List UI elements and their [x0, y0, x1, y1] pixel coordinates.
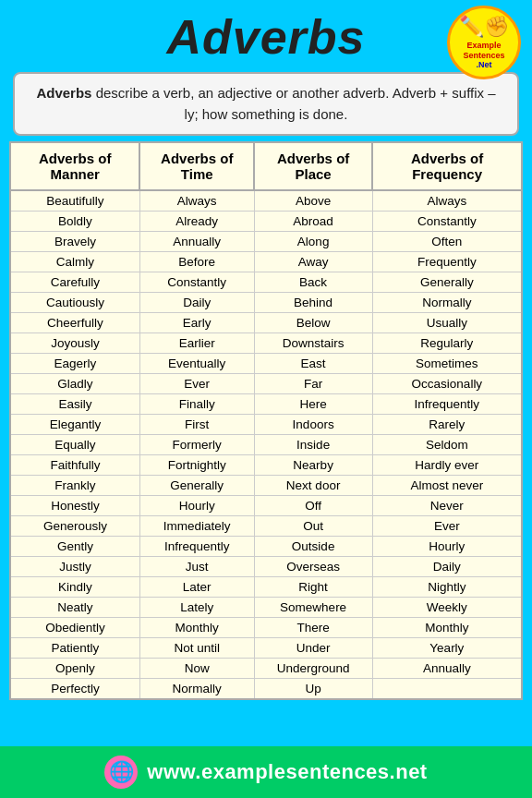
- footer: 🌐 www.examplesentences.net: [0, 746, 532, 798]
- table-cell: Kindly: [10, 577, 139, 598]
- table-cell: Infrequently: [372, 394, 522, 415]
- adverbs-table: Adverbs of Manner Adverbs of Time Adverb…: [9, 141, 523, 700]
- table-cell: Out: [254, 516, 372, 537]
- table-cell: Here: [254, 394, 372, 415]
- logo: ✏️✊ Example Sentences .Net: [447, 6, 521, 79]
- table-cell: Earlier: [139, 333, 254, 354]
- description-text: describe a verb, an adjective or another…: [91, 85, 495, 122]
- table-cell: Below: [254, 313, 372, 333]
- table-row: GentlyInfrequentlyOutsideHourly: [10, 537, 522, 557]
- table-cell: Fortnightly: [139, 455, 254, 476]
- table-row: CarefullyConstantlyBackGenerally: [10, 272, 522, 293]
- col-header-time: Adverbs of Time: [139, 142, 254, 190]
- table-cell: Above: [254, 190, 372, 212]
- table-cell: Under: [254, 638, 372, 659]
- table-row: BoldlyAlreadyAbroadConstantly: [10, 212, 522, 232]
- table-cell: Regularly: [372, 333, 522, 354]
- table-cell: Neatly: [10, 598, 139, 618]
- table-cell: Almost never: [372, 476, 522, 496]
- logo-text: Example Sentences .Net: [463, 41, 504, 70]
- table-cell: Often: [372, 232, 522, 252]
- table-cell: Seldom: [372, 435, 522, 455]
- table-cell: Ever: [372, 516, 522, 537]
- table-cell: Constantly: [139, 272, 254, 293]
- table-row: ElegantlyFirstIndoorsRarely: [10, 415, 522, 435]
- table-cell: [372, 679, 522, 700]
- table-cell: Daily: [372, 557, 522, 577]
- table-cell: Lately: [139, 598, 254, 618]
- table-cell: Carefully: [10, 272, 139, 293]
- table-cell: Gently: [10, 537, 139, 557]
- table-row: CheerfullyEarlyBelowUsually: [10, 313, 522, 333]
- table-cell: Overseas: [254, 557, 372, 577]
- table-cell: Never: [372, 496, 522, 516]
- table-cell: Hourly: [372, 537, 522, 557]
- table-cell: Back: [254, 272, 372, 293]
- table-cell: Annually: [372, 659, 522, 679]
- table-cell: Weekly: [372, 598, 522, 618]
- table-cell: Infrequently: [139, 537, 254, 557]
- table-row: FaithfullyFortnightlyNearbyHardly ever: [10, 455, 522, 476]
- table-row: KindlyLaterRightNightly: [10, 577, 522, 598]
- table-cell: East: [254, 354, 372, 374]
- table-cell: Just: [139, 557, 254, 577]
- table-cell: Behind: [254, 293, 372, 313]
- table-row: GladlyEverFarOccasionally: [10, 374, 522, 394]
- table-cell: Generously: [10, 516, 139, 537]
- table-cell: There: [254, 618, 372, 638]
- table-cell: Hourly: [139, 496, 254, 516]
- table-cell: Daily: [139, 293, 254, 313]
- table-cell: Calmly: [10, 252, 139, 272]
- table-cell: Not until: [139, 638, 254, 659]
- col-header-place: Adverbs of Place: [254, 142, 372, 190]
- table-cell: Beautifully: [10, 190, 139, 212]
- table-cell: Right: [254, 577, 372, 598]
- table-cell: Equally: [10, 435, 139, 455]
- table-cell: Before: [139, 252, 254, 272]
- table-cell: Elegantly: [10, 415, 139, 435]
- col-header-manner: Adverbs of Manner: [10, 142, 139, 190]
- table-cell: Outside: [254, 537, 372, 557]
- table-row: PatientlyNot untilUnderYearly: [10, 638, 522, 659]
- table-cell: Frequently: [372, 252, 522, 272]
- table-cell: Now: [139, 659, 254, 679]
- table-cell: Formerly: [139, 435, 254, 455]
- table-cell: Abroad: [254, 212, 372, 232]
- table-row: OpenlyNowUndergroundAnnually: [10, 659, 522, 679]
- table-cell: Patiently: [10, 638, 139, 659]
- table-row: EasilyFinallyHereInfrequently: [10, 394, 522, 415]
- table-cell: Annually: [139, 232, 254, 252]
- table-cell: Eventually: [139, 354, 254, 374]
- table-row: CautiouslyDailyBehindNormally: [10, 293, 522, 313]
- table-row: CalmlyBeforeAwayFrequently: [10, 252, 522, 272]
- table-cell: Honestly: [10, 496, 139, 516]
- table-cell: Inside: [254, 435, 372, 455]
- table-cell: Away: [254, 252, 372, 272]
- table-cell: Usually: [372, 313, 522, 333]
- table-cell: Cautiously: [10, 293, 139, 313]
- table-cell: Normally: [372, 293, 522, 313]
- table-row: BravelyAnnuallyAlongOften: [10, 232, 522, 252]
- footer-url[interactable]: www.examplesentences.net: [147, 760, 427, 784]
- table-row: PerfectlyNormallyUp: [10, 679, 522, 700]
- table-cell: Obediently: [10, 618, 139, 638]
- table-cell: Nightly: [372, 577, 522, 598]
- table-cell: Monthly: [372, 618, 522, 638]
- description-box: Adverbs describe a verb, an adjective or…: [13, 72, 519, 136]
- table-cell: Later: [139, 577, 254, 598]
- table-cell: Rarely: [372, 415, 522, 435]
- table-row: EquallyFormerlyInsideSeldom: [10, 435, 522, 455]
- table-cell: Hardly ever: [372, 455, 522, 476]
- table-cell: Normally: [139, 679, 254, 700]
- table-cell: Always: [139, 190, 254, 212]
- table-cell: Joyously: [10, 333, 139, 354]
- table-cell: Early: [139, 313, 254, 333]
- table-row: HonestlyHourlyOffNever: [10, 496, 522, 516]
- table-cell: Justly: [10, 557, 139, 577]
- table-cell: Yearly: [372, 638, 522, 659]
- table-cell: Somewhere: [254, 598, 372, 618]
- table-cell: Immediately: [139, 516, 254, 537]
- table-cell: Generally: [372, 272, 522, 293]
- table-row: ObedientlyMonthlyThereMonthly: [10, 618, 522, 638]
- table-cell: Along: [254, 232, 372, 252]
